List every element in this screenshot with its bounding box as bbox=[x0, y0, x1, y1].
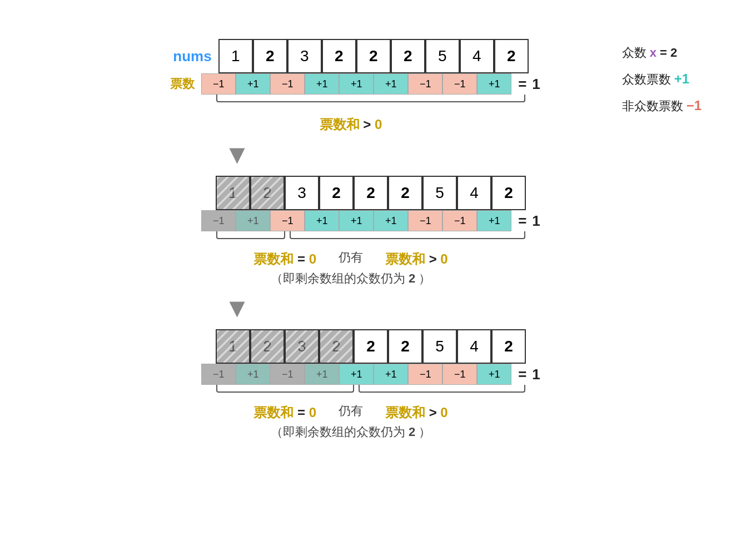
section3-num-row: 1 2 3 2 2 2 5 4 2 bbox=[216, 329, 526, 364]
section3-votes-row: −1 +1 −1 +1 +1 +1 −1 −1 +1 = 1 bbox=[161, 364, 540, 385]
main-container: 众数 x = 2 众数票数 +1 非众数票数 −1 nums 1 2 3 bbox=[0, 0, 746, 560]
s2-vote-3: +1 bbox=[305, 210, 339, 231]
vote-2: −1 bbox=[270, 73, 305, 95]
s3-num-0: 1 bbox=[216, 329, 250, 364]
s3-vote-6: −1 bbox=[408, 364, 442, 385]
s3-num-5: 2 bbox=[388, 329, 422, 364]
num-box-3: 2 bbox=[322, 39, 356, 73]
s2-vote-0: −1 bbox=[201, 210, 236, 231]
s3-vote-5: +1 bbox=[374, 364, 408, 385]
section1-formula: 票数和 > 0 bbox=[320, 112, 382, 133]
arrow2: ▼ bbox=[33, 293, 441, 324]
section2-formula: 票数和 = 0 仍有 票数和 > 0 bbox=[253, 247, 447, 268]
s3-vote-2: −1 bbox=[270, 364, 305, 385]
legend-plus: 众数票数 +1 bbox=[622, 71, 702, 88]
section-2: 1 2 3 2 2 2 5 4 2 −1 +1 −1 +1 +1 bbox=[161, 176, 540, 287]
s3-num-2: 3 bbox=[285, 329, 319, 364]
section3-subtext: （即剩余数组的众数仍为 2 ） bbox=[271, 424, 431, 440]
num-box-0: 1 bbox=[218, 39, 253, 73]
section2-votes-row: −1 +1 −1 +1 +1 +1 −1 −1 +1 = 1 bbox=[161, 210, 540, 231]
section2-num-row: 1 2 3 2 2 2 5 4 2 bbox=[216, 176, 526, 210]
section3-formula: 票数和 = 0 仍有 票数和 > 0 bbox=[253, 400, 447, 422]
s3-num-8: 2 bbox=[491, 329, 526, 364]
s3-num-7: 4 bbox=[457, 329, 491, 364]
s2-vote-7: −1 bbox=[442, 210, 477, 231]
s3-vote-7: −1 bbox=[442, 364, 477, 385]
s2-num-3: 2 bbox=[319, 176, 354, 210]
s2-num-2: 3 bbox=[285, 176, 319, 210]
legend-minus: 非众数票数 −1 bbox=[622, 98, 702, 115]
vote-0: −1 bbox=[201, 73, 236, 95]
vote-8: +1 bbox=[477, 73, 511, 95]
s2-vote-6: −1 bbox=[408, 210, 442, 231]
section-1: nums 1 2 3 2 2 2 5 4 2 票数 −1 bbox=[161, 39, 540, 133]
s2-num-8: 2 bbox=[491, 176, 526, 210]
s2-num-4: 2 bbox=[354, 176, 388, 210]
num-box-8: 2 bbox=[494, 39, 529, 73]
s3-num-1: 2 bbox=[250, 329, 285, 364]
s2-num-5: 2 bbox=[388, 176, 422, 210]
s2-vote-2: −1 bbox=[270, 210, 305, 231]
section2-nums-row: 1 2 3 2 2 2 5 4 2 bbox=[176, 176, 526, 210]
section-3: 1 2 3 2 2 2 5 4 2 −1 +1 −1 +1 +1 bbox=[161, 329, 540, 440]
s2-num-1: 2 bbox=[250, 176, 285, 210]
section1-votes-row: 票数 −1 +1 −1 +1 +1 +1 −1 −1 +1 = 1 bbox=[161, 73, 540, 95]
s2-num-7: 4 bbox=[457, 176, 491, 210]
s2-vote-4: +1 bbox=[339, 210, 374, 231]
s3-vote-3: +1 bbox=[305, 364, 339, 385]
section2-array: 1 2 3 2 2 2 5 4 2 bbox=[216, 176, 526, 210]
vote-5: +1 bbox=[374, 73, 408, 95]
num-box-7: 4 bbox=[460, 39, 494, 73]
s3-vote-4: +1 bbox=[339, 364, 374, 385]
section3-braces bbox=[216, 385, 525, 393]
section1-num-row: 1 2 3 2 2 2 5 4 2 bbox=[218, 39, 529, 73]
section2-vote-boxes: −1 +1 −1 +1 +1 +1 −1 −1 +1 bbox=[201, 210, 511, 231]
section3-vote-boxes: −1 +1 −1 +1 +1 +1 −1 −1 +1 bbox=[201, 364, 511, 385]
num-box-6: 5 bbox=[425, 39, 460, 73]
num-box-4: 2 bbox=[356, 39, 391, 73]
section1-nums-row: nums 1 2 3 2 2 2 5 4 2 bbox=[173, 39, 528, 73]
s3-num-6: 5 bbox=[422, 329, 457, 364]
num-box-2: 3 bbox=[287, 39, 322, 73]
section1-brace bbox=[216, 95, 525, 102]
section3-nums-row: 1 2 3 2 2 2 5 4 2 bbox=[176, 329, 526, 364]
vote-4: +1 bbox=[339, 73, 374, 95]
num-box-1: 2 bbox=[253, 39, 287, 73]
section3-array: 1 2 3 2 2 2 5 4 2 bbox=[216, 329, 526, 364]
vote-3: +1 bbox=[305, 73, 339, 95]
s2-num-0: 1 bbox=[216, 176, 250, 210]
s3-num-4: 2 bbox=[354, 329, 388, 364]
vote-7: −1 bbox=[442, 73, 477, 95]
vote-6: −1 bbox=[408, 73, 442, 95]
section1-vote-boxes: −1 +1 −1 +1 +1 +1 −1 −1 +1 bbox=[201, 73, 511, 95]
s3-vote-1: +1 bbox=[236, 364, 270, 385]
s3-num-3: 2 bbox=[319, 329, 354, 364]
s2-vote-8: +1 bbox=[477, 210, 511, 231]
legend-majority: 众数 x = 2 bbox=[622, 44, 702, 61]
s3-vote-8: +1 bbox=[477, 364, 511, 385]
section2-subtext: （即剩余数组的众数仍为 2 ） bbox=[271, 270, 431, 287]
legend: 众数 x = 2 众数票数 +1 非众数票数 −1 bbox=[622, 44, 702, 115]
s2-vote-5: +1 bbox=[374, 210, 408, 231]
s3-vote-0: −1 bbox=[201, 364, 236, 385]
section2-braces bbox=[216, 231, 525, 239]
s2-num-6: 5 bbox=[422, 176, 457, 210]
section1-array: 1 2 3 2 2 2 5 4 2 bbox=[218, 39, 529, 73]
arrow1: ▼ bbox=[33, 139, 441, 170]
num-box-5: 2 bbox=[391, 39, 425, 73]
vote-1: +1 bbox=[236, 73, 270, 95]
s2-vote-1: +1 bbox=[236, 210, 270, 231]
